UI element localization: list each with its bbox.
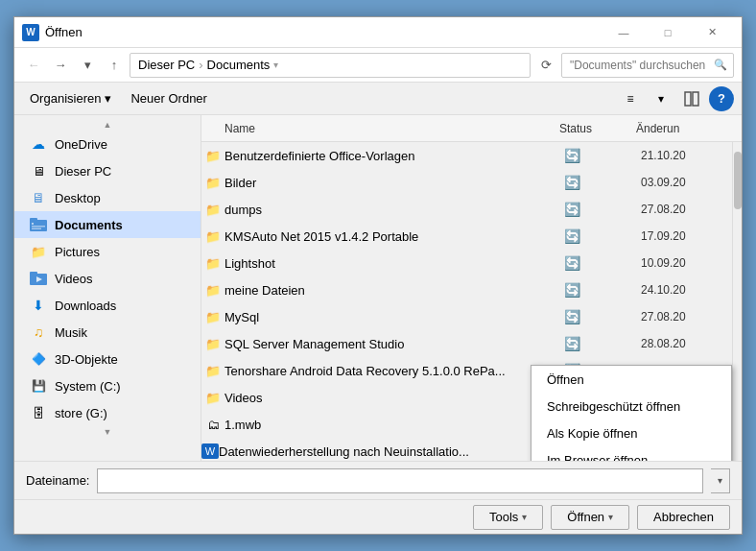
download-icon: ⬇ [30, 297, 47, 314]
file-list-header: Name Status Änderun [201, 115, 742, 142]
sidebar-label-videos: Videos [55, 272, 93, 286]
sidebar-item-videos[interactable]: Videos [14, 265, 201, 292]
context-menu-als-kopie-label: Als Kopie öffnen [547, 426, 637, 441]
file-item-7[interactable]: 📁 SQL Server Management Studio 🔄 28.08.2… [201, 330, 732, 357]
sync-icon-0: 🔄 [564, 148, 580, 163]
breadcrumb-dropdown[interactable]: ▾ [273, 60, 278, 70]
file-list-container: Name Status Änderun 📁 Benutzerdefinierte… [201, 115, 742, 461]
sidebar: ▲ ☁ OneDrive 🖥 Dieser PC 🖥 Desktop [14, 115, 201, 461]
organize-button[interactable]: Organisieren ▾ [22, 86, 119, 111]
file-item-1[interactable]: 📁 Bilder 🔄 03.09.20 [201, 169, 732, 196]
file-item-2[interactable]: 📁 dumps 🔄 27.08.20 [201, 196, 732, 223]
open-dialog: W Öffnen — □ ✕ ← → ▾ ↑ Dieser [13, 16, 743, 535]
search-input[interactable] [570, 59, 714, 72]
folder-icon-6: 📁 [201, 310, 224, 324]
file-scroll-thumb[interactable] [734, 152, 742, 209]
open-button[interactable]: Öffnen ▾ [551, 505, 629, 530]
tools-label: Tools [489, 510, 518, 524]
sidebar-scroll-up-arrow[interactable]: ▲ [14, 119, 201, 131]
filename-label: Dateiname: [26, 473, 89, 488]
drive-g-icon: 🗄 [30, 404, 47, 421]
breadcrumb-separator: › [199, 58, 202, 72]
window-controls: — □ ✕ [602, 17, 734, 48]
pane-button[interactable] [678, 86, 705, 111]
help-button[interactable]: ? [709, 86, 734, 111]
file-date-7: 28.08.20 [641, 337, 732, 350]
back-button[interactable]: ← [22, 54, 45, 77]
sync-icon-4: 🔄 [564, 255, 580, 271]
file-item-5[interactable]: 📁 meine Dateien 🔄 24.10.20 [201, 276, 732, 303]
file-status-0: 🔄 [564, 148, 641, 163]
new-folder-label: Neuer Ordner [130, 91, 206, 106]
drive-c-icon: 💾 [30, 377, 47, 395]
maximize-icon: □ [665, 27, 672, 38]
svg-rect-3 [30, 218, 37, 222]
file-icon-10: 🗂 [201, 418, 224, 432]
sidebar-item-musik[interactable]: ♫ Musik [14, 319, 201, 346]
file-item-6[interactable]: 📁 MySql 🔄 27.08.20 [201, 303, 732, 330]
search-box[interactable]: 🔍 [561, 53, 734, 78]
file-status-5: 🔄 [564, 282, 641, 298]
col-header-date: Änderun [636, 122, 732, 135]
new-folder-button[interactable]: Neuer Ordner [123, 86, 214, 111]
file-item-0[interactable]: 📁 Benutzerdefinierte Office-Vorlagen 🔄 2… [201, 142, 732, 169]
context-menu-oeffnen[interactable]: Öffnen [532, 366, 731, 393]
context-menu-schreibgeschuetzt[interactable]: Schreibgeschützt öffnen [532, 393, 731, 419]
close-button[interactable]: ✕ [690, 17, 734, 48]
context-menu-schreibgeschuetzt-label: Schreibgeschützt öffnen [547, 399, 680, 414]
svg-rect-8 [30, 272, 37, 276]
sidebar-item-onedrive[interactable]: ☁ OneDrive [14, 131, 201, 157]
sidebar-label-store-g: store (G:) [55, 406, 107, 420]
minimize-button[interactable]: — [602, 17, 646, 48]
sidebar-item-downloads[interactable]: ⬇ Downloads [14, 292, 201, 319]
sidebar-scroll-down-arrow[interactable]: ▼ [14, 426, 201, 438]
file-list-scrollbar[interactable] [732, 142, 742, 461]
open-label: Öffnen [567, 510, 604, 524]
refresh-button[interactable]: ⟳ [534, 54, 557, 77]
svg-rect-4 [32, 223, 34, 225]
context-menu-als-kopie[interactable]: Als Kopie öffnen [532, 419, 731, 446]
up-button[interactable]: ↑ [103, 54, 126, 77]
filename-input-container[interactable] [97, 468, 703, 493]
filename-input[interactable] [106, 473, 695, 488]
sidebar-label-system-c: System (C:) [55, 379, 121, 394]
up-icon: ↑ [111, 58, 118, 72]
context-menu-im-browser[interactable]: Im Browser öffnen [532, 446, 731, 461]
sidebar-item-store-g[interactable]: 🗄 store (G:) [14, 399, 201, 426]
sidebar-item-3d-objekte[interactable]: 🔷 3D-Objekte [14, 346, 201, 372]
maximize-button[interactable]: □ [646, 17, 690, 48]
folder-videos-icon [30, 270, 47, 287]
breadcrumb-path1: Dieser PC [138, 58, 195, 72]
sync-icon-2: 🔄 [564, 202, 580, 217]
sidebar-item-documents[interactable]: Documents [14, 211, 201, 238]
svg-rect-5 [32, 226, 45, 228]
forward-button[interactable]: → [49, 54, 72, 77]
filename-dropdown[interactable]: ▾ [711, 468, 730, 493]
sidebar-item-pictures[interactable]: 📁 Pictures [14, 238, 201, 265]
file-name-1: Bilder [224, 176, 564, 190]
file-item-3[interactable]: 📁 KMSAuto Net 2015 v1.4.2 Portable 🔄 17.… [201, 223, 732, 250]
cancel-button[interactable]: Abbrechen [637, 505, 730, 530]
view-list-button[interactable]: ≡ [617, 86, 644, 111]
sidebar-label-pictures: Pictures [55, 245, 100, 259]
breadcrumb[interactable]: Dieser PC › Documents ▾ [130, 53, 531, 78]
cancel-label: Abbrechen [653, 510, 714, 524]
sidebar-item-desktop[interactable]: 🖥 Desktop [14, 184, 201, 211]
tools-button[interactable]: Tools ▾ [473, 505, 543, 530]
view-dropdown-button[interactable]: ▾ [648, 86, 674, 111]
sidebar-item-system-c[interactable]: 💾 System (C:) [14, 372, 201, 399]
help-label: ? [718, 91, 725, 106]
recent-locations-button[interactable]: ▾ [76, 54, 99, 77]
folder-icon-3: 📁 [201, 229, 224, 244]
word-icon-11: W [201, 443, 219, 459]
file-item-4[interactable]: 📁 Lightshot 🔄 10.09.20 [201, 250, 732, 276]
sidebar-label-desktop: Desktop [55, 191, 101, 205]
sync-icon-5: 🔄 [564, 282, 580, 298]
svg-rect-6 [32, 228, 41, 230]
app-icon: W [22, 24, 39, 41]
pc-icon: 🖥 [30, 162, 47, 180]
main-content: ▲ ☁ OneDrive 🖥 Dieser PC 🖥 Desktop [14, 115, 742, 461]
svg-rect-0 [685, 92, 691, 106]
file-date-5: 24.10.20 [641, 283, 732, 297]
sidebar-item-dieser-pc[interactable]: 🖥 Dieser PC [14, 157, 201, 184]
